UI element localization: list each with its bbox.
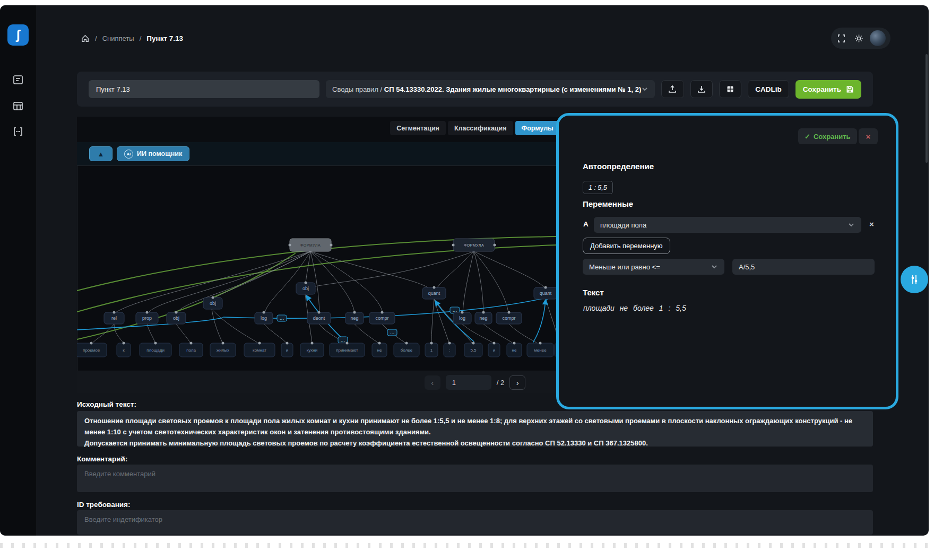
svg-text:не: не — [512, 348, 517, 353]
req-id-input[interactable] — [77, 510, 873, 535]
note-edit-icon — [12, 74, 24, 85]
graph-node-более[interactable]: более — [394, 342, 419, 357]
expression-input[interactable] — [732, 259, 875, 275]
validation-button[interactable]: ▲ — [89, 146, 113, 161]
tab-формулы[interactable]: Формулы — [515, 121, 560, 135]
ai-assistant-label: ИИ помощник — [137, 150, 182, 158]
svg-text:менее: менее — [534, 348, 547, 353]
graph-node-и[interactable]: и — [281, 342, 293, 357]
brackets-dots-icon — [12, 126, 24, 137]
user-avatar[interactable] — [870, 30, 886, 46]
graph-node-формула[interactable]: ФОРМУЛА — [289, 239, 333, 251]
graph-node-не[interactable]: не — [372, 342, 387, 357]
variables-heading: Переменные — [583, 199, 633, 208]
settings-fab[interactable] — [901, 266, 928, 293]
svg-text:не: не — [377, 348, 382, 353]
document-select[interactable]: Своды правил / СП 54.13330.2022. Здания … — [326, 80, 655, 98]
graph-edge — [434, 299, 449, 343]
save-button[interactable]: Сохранить — [795, 80, 861, 99]
close-icon: × — [869, 220, 874, 229]
tab-сегментация[interactable]: Сегментация — [390, 121, 446, 135]
operator-select[interactable]: Меньше или равно <= — [583, 259, 724, 275]
download-button[interactable] — [690, 80, 713, 98]
graph-node-кухни[interactable]: кухни — [300, 342, 324, 357]
graph-node-принимают[interactable]: принимают — [330, 342, 365, 357]
graph-edge — [114, 324, 123, 343]
graph-edge — [474, 251, 544, 287]
page-number-input[interactable] — [446, 375, 491, 390]
page: ʃ / Сниппеты / Пункт 7.13 — [0, 0, 934, 560]
remove-variable-button[interactable]: × — [869, 220, 874, 229]
sidebar-item-segments[interactable] — [12, 125, 24, 138]
app-logo[interactable]: ʃ — [7, 24, 29, 46]
upload-icon — [668, 85, 677, 93]
variable-select[interactable]: площади пола — [594, 217, 861, 233]
graph-node-5,5[interactable]: 5,5 — [464, 342, 482, 357]
ai-assistant-button[interactable]: AI ИИ помощник — [117, 146, 189, 161]
graph-edge — [176, 324, 190, 343]
graph-node-quant[interactable]: quant — [534, 286, 557, 300]
graph-node-1[interactable]: 1 — [425, 342, 438, 357]
svg-text:rel: rel — [111, 316, 117, 321]
table-view-button[interactable] — [719, 80, 741, 98]
graph-node-проемов[interactable]: проемов — [77, 342, 107, 357]
graph-node-obj[interactable]: obj — [296, 282, 315, 295]
fullscreen-button[interactable] — [835, 32, 847, 45]
cadlib-button[interactable]: CADLib — [748, 80, 789, 98]
home-icon[interactable] — [81, 34, 90, 43]
graph-edge — [462, 324, 492, 343]
panel-save-button[interactable]: ✓ Сохранить — [798, 128, 857, 144]
graph-node-deont[interactable]: deont — [307, 311, 331, 325]
graph-node-пола[interactable]: пола — [179, 342, 203, 357]
comment-input[interactable] — [77, 465, 873, 492]
next-page-button[interactable]: › — [509, 375, 525, 390]
graph-node-и[interactable]: и — [488, 342, 500, 357]
graph-node-prop[interactable]: prop — [136, 311, 158, 325]
header-actions — [831, 28, 890, 49]
graph-edge — [315, 251, 474, 286]
svg-text:ФОРМУЛА: ФОРМУЛА — [464, 243, 484, 247]
svg-text:кухни: кухни — [307, 348, 317, 353]
svg-text:комнат: комнат — [253, 348, 266, 353]
operator-select-value: Меньше или равно <= — [589, 263, 660, 271]
breadcrumb-link-snippets[interactable]: Сниппеты — [102, 34, 134, 42]
svg-text:и: и — [493, 348, 495, 353]
graph-edge — [265, 251, 310, 312]
graph-node-obj[interactable]: obj — [203, 296, 222, 310]
graph-node-obj[interactable]: obj — [167, 311, 186, 325]
upload-button[interactable] — [661, 80, 684, 98]
graph-node-менее[interactable]: менее — [527, 342, 554, 357]
dots-icon: … — [341, 337, 345, 343]
graph-node-log[interactable]: log — [453, 311, 471, 325]
add-variable-button[interactable]: Добавить переменную — [583, 238, 670, 254]
snippet-title-input[interactable] — [89, 80, 319, 98]
theme-toggle-button[interactable] — [852, 32, 865, 45]
chevron-down-icon — [847, 221, 855, 229]
graph-node-формула[interactable]: ФОРМУЛА — [452, 239, 496, 251]
graph-node-жилых[interactable]: жилых — [210, 342, 236, 357]
sidebar: ʃ — [0, 5, 36, 536]
graph-node-:[interactable]: : — [444, 342, 455, 357]
svg-text:более: более — [401, 348, 413, 353]
graph-edge — [474, 251, 508, 312]
scrollbar-thumb[interactable] — [926, 54, 928, 163]
svg-text:1: 1 — [430, 348, 433, 353]
sidebar-item-tables[interactable] — [12, 100, 24, 112]
prev-page-button[interactable]: ‹ — [425, 375, 440, 390]
tab-классификация[interactable]: Классификация — [448, 121, 513, 135]
app-window: ʃ / Сниппеты / Пункт 7.13 — [0, 5, 929, 536]
source-text-label: Исходный текст: — [77, 400, 136, 408]
graph-node-не[interactable]: не — [507, 342, 522, 357]
graph-node-compr[interactable]: compr — [369, 311, 395, 325]
graph-node-quant[interactable]: quant — [422, 286, 446, 300]
graph-node-площади[interactable]: площади — [140, 342, 171, 357]
graph-node-compr[interactable]: compr — [496, 311, 522, 325]
graph-node-к[interactable]: к — [117, 342, 131, 357]
graph-node-rel[interactable]: rel — [104, 311, 124, 325]
graph-node-neg[interactable]: neg — [345, 311, 364, 325]
graph-node-neg[interactable]: neg — [475, 311, 492, 325]
graph-node-комнат[interactable]: комнат — [244, 342, 275, 357]
sidebar-item-notes[interactable] — [12, 73, 24, 86]
panel-close-button[interactable]: × — [859, 128, 878, 144]
graph-node-log[interactable]: log — [255, 311, 273, 325]
